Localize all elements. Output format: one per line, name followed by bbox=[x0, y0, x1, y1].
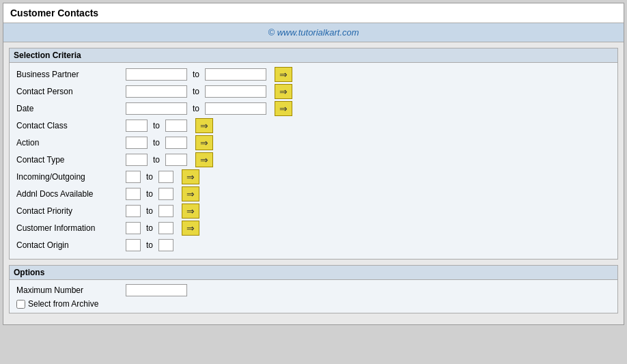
date-from[interactable] bbox=[126, 102, 187, 115]
options-body: Maximum Number Select from Archive bbox=[10, 280, 617, 313]
contact-person-row: Contact Person to ⇒ bbox=[16, 84, 611, 99]
business-partner-to[interactable] bbox=[205, 68, 266, 81]
contact-class-to[interactable] bbox=[165, 120, 187, 132]
contact-origin-row: Contact Origin to bbox=[16, 238, 611, 253]
business-partner-row: Business Partner to ⇒ bbox=[16, 67, 611, 82]
contact-class-to-label: to bbox=[153, 121, 160, 130]
contact-class-arrow-button[interactable]: ⇒ bbox=[195, 118, 213, 133]
incoming-outgoing-arrow-button[interactable]: ⇒ bbox=[182, 169, 199, 184]
customer-information-to[interactable] bbox=[158, 222, 173, 234]
contact-priority-to-label: to bbox=[146, 206, 153, 216]
contact-class-label: Contact Class bbox=[16, 121, 126, 130]
incoming-outgoing-row: Incoming/Outgoing to ⇒ bbox=[16, 169, 611, 184]
action-label: Action bbox=[16, 138, 126, 148]
maximum-number-row: Maximum Number bbox=[16, 284, 611, 296]
selection-criteria-section: Selection Criteria Business Partner to ⇒… bbox=[9, 48, 618, 260]
contact-type-row: Contact Type to ⇒ bbox=[16, 152, 611, 167]
contact-person-label: Contact Person bbox=[16, 87, 126, 96]
customer-information-to-label: to bbox=[146, 223, 153, 233]
action-arrow-button[interactable]: ⇒ bbox=[195, 135, 213, 150]
date-to-label: to bbox=[193, 104, 199, 113]
contact-priority-from[interactable] bbox=[126, 205, 141, 217]
contact-origin-to[interactable] bbox=[158, 239, 173, 251]
action-to[interactable] bbox=[165, 137, 187, 149]
customer-information-from[interactable] bbox=[126, 222, 141, 234]
business-partner-from[interactable] bbox=[126, 68, 187, 81]
watermark-bar: © www.tutorialkart.com bbox=[3, 23, 624, 42]
incoming-outgoing-to-label: to bbox=[146, 172, 153, 182]
customer-information-arrow-button[interactable]: ⇒ bbox=[182, 221, 199, 236]
options-section: Options Maximum Number Select from Archi… bbox=[9, 265, 618, 313]
contact-priority-arrow-button[interactable]: ⇒ bbox=[182, 204, 199, 219]
contact-class-from[interactable] bbox=[126, 120, 148, 132]
select-from-archive-label: Select from Archive bbox=[28, 299, 98, 309]
incoming-outgoing-from[interactable] bbox=[126, 171, 141, 183]
main-window: Customer Contacts © www.tutorialkart.com… bbox=[3, 3, 624, 325]
action-to-label: to bbox=[153, 138, 160, 148]
addnl-docs-to[interactable] bbox=[158, 188, 173, 200]
contact-person-from[interactable] bbox=[126, 85, 187, 98]
contact-class-row: Contact Class to ⇒ bbox=[16, 118, 611, 133]
contact-type-to-label: to bbox=[153, 155, 160, 165]
contact-person-to[interactable] bbox=[205, 85, 266, 98]
addnl-docs-from[interactable] bbox=[126, 188, 141, 200]
contact-type-from[interactable] bbox=[126, 154, 148, 166]
date-arrow-button[interactable]: ⇒ bbox=[275, 101, 292, 116]
customer-information-label: Customer Information bbox=[16, 223, 126, 233]
business-partner-label: Business Partner bbox=[16, 70, 126, 79]
options-header: Options bbox=[10, 266, 617, 280]
date-to[interactable] bbox=[205, 102, 266, 115]
selection-criteria-body: Business Partner to ⇒ Contact Person to … bbox=[10, 63, 617, 259]
window-title: Customer Contacts bbox=[10, 8, 98, 18]
selection-criteria-header: Selection Criteria bbox=[10, 48, 617, 63]
contact-type-arrow-button[interactable]: ⇒ bbox=[195, 152, 213, 167]
date-row: Date to ⇒ bbox=[16, 101, 611, 116]
select-from-archive-checkbox[interactable] bbox=[16, 300, 25, 309]
contact-priority-to[interactable] bbox=[158, 205, 173, 217]
addnl-docs-row: Addnl Docs Available to ⇒ bbox=[16, 186, 611, 201]
incoming-outgoing-label: Incoming/Outgoing bbox=[16, 172, 126, 182]
addnl-docs-arrow-button[interactable]: ⇒ bbox=[182, 186, 199, 201]
contact-origin-from[interactable] bbox=[126, 239, 141, 251]
action-row: Action to ⇒ bbox=[16, 135, 611, 150]
contact-origin-to-label: to bbox=[146, 240, 153, 250]
select-from-archive-row: Select from Archive bbox=[16, 299, 611, 309]
maximum-number-label: Maximum Number bbox=[16, 285, 126, 295]
incoming-outgoing-to[interactable] bbox=[158, 171, 173, 183]
contact-origin-label: Contact Origin bbox=[16, 240, 126, 250]
contact-type-to[interactable] bbox=[165, 154, 187, 166]
content-area: Selection Criteria Business Partner to ⇒… bbox=[3, 42, 624, 324]
contact-priority-label: Contact Priority bbox=[16, 206, 126, 216]
title-bar: Customer Contacts bbox=[3, 3, 624, 23]
contact-person-to-label: to bbox=[193, 87, 199, 96]
contact-type-label: Contact Type bbox=[16, 155, 126, 165]
maximum-number-input[interactable] bbox=[126, 284, 187, 296]
customer-information-row: Customer Information to ⇒ bbox=[16, 221, 611, 236]
addnl-docs-to-label: to bbox=[146, 189, 153, 199]
contact-person-arrow-button[interactable]: ⇒ bbox=[275, 84, 292, 99]
date-label: Date bbox=[16, 104, 126, 113]
contact-priority-row: Contact Priority to ⇒ bbox=[16, 204, 611, 219]
watermark-text: © www.tutorialkart.com bbox=[268, 27, 359, 38]
business-partner-arrow-button[interactable]: ⇒ bbox=[275, 67, 292, 82]
business-partner-to-label: to bbox=[193, 70, 199, 79]
action-from[interactable] bbox=[126, 137, 148, 149]
addnl-docs-label: Addnl Docs Available bbox=[16, 189, 126, 199]
